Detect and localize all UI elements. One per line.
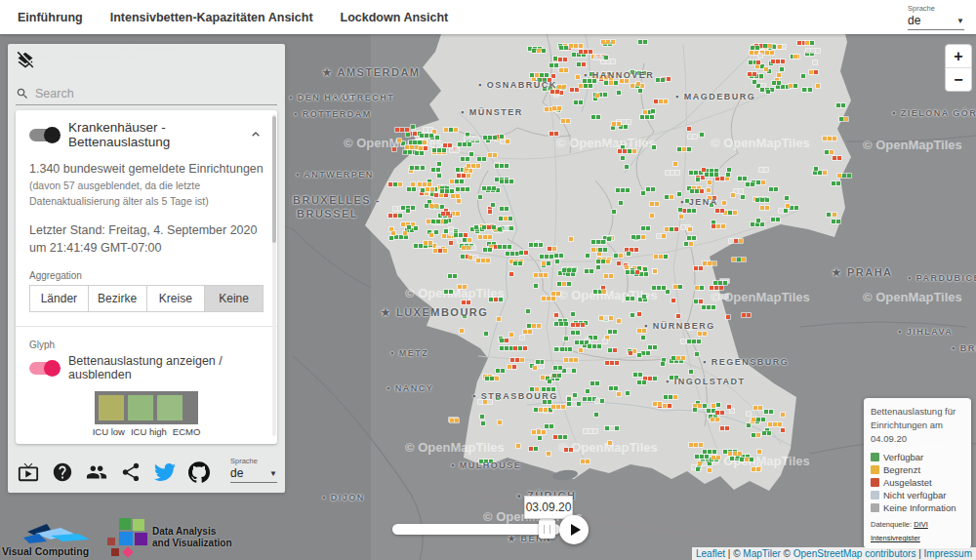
facility-glyph[interactable] bbox=[675, 313, 681, 319]
aggregation-option-bezirke[interactable]: Bezirke bbox=[89, 285, 147, 312]
facility-glyph[interactable] bbox=[651, 285, 667, 291]
facility-glyph[interactable] bbox=[699, 132, 705, 138]
facility-glyph[interactable] bbox=[750, 45, 760, 51]
facility-glyph[interactable] bbox=[483, 331, 489, 337]
facility-glyph[interactable] bbox=[406, 186, 417, 192]
facility-glyph[interactable] bbox=[655, 77, 666, 83]
facility-glyph[interactable] bbox=[784, 195, 790, 201]
facility-glyph[interactable] bbox=[594, 398, 605, 404]
facility-glyph[interactable] bbox=[603, 80, 619, 86]
facility-glyph[interactable] bbox=[656, 233, 667, 239]
facility-glyph[interactable] bbox=[813, 166, 819, 172]
facility-glyph[interactable] bbox=[687, 134, 698, 140]
facility-glyph[interactable] bbox=[556, 281, 572, 287]
facility-glyph[interactable] bbox=[498, 216, 513, 221]
facility-glyph[interactable] bbox=[637, 88, 643, 94]
nav-tab-2[interactable]: Intensivbetten-Kapazitäten Ansicht bbox=[110, 11, 313, 24]
facility-glyph[interactable] bbox=[751, 432, 761, 438]
facility-glyph[interactable] bbox=[701, 304, 716, 310]
facility-glyph[interactable] bbox=[694, 351, 700, 357]
facility-glyph[interactable] bbox=[477, 399, 493, 405]
facility-glyph[interactable] bbox=[751, 466, 761, 472]
facility-glyph[interactable] bbox=[616, 260, 622, 266]
facility-glyph[interactable] bbox=[689, 188, 705, 194]
facility-glyph[interactable] bbox=[499, 179, 514, 184]
facility-glyph[interactable] bbox=[686, 235, 697, 241]
facility-glyph[interactable] bbox=[701, 167, 707, 173]
facility-glyph[interactable] bbox=[706, 187, 712, 193]
facility-glyph[interactable] bbox=[688, 369, 694, 375]
glyph-visibility-toggle[interactable] bbox=[29, 362, 59, 375]
facility-glyph[interactable] bbox=[488, 297, 504, 302]
facility-glyph[interactable] bbox=[552, 56, 558, 61]
facility-glyph[interactable] bbox=[767, 421, 783, 427]
nav-tab-1[interactable]: Einführung bbox=[18, 11, 83, 24]
facility-glyph[interactable] bbox=[423, 240, 433, 246]
facility-glyph[interactable] bbox=[779, 66, 785, 72]
facility-glyph[interactable] bbox=[739, 457, 754, 462]
facility-glyph[interactable] bbox=[636, 328, 647, 334]
facility-glyph[interactable] bbox=[800, 73, 806, 79]
facility-glyph[interactable] bbox=[628, 350, 633, 356]
attribution-link[interactable]: MapTiler bbox=[743, 548, 781, 559]
facility-glyph[interactable] bbox=[751, 417, 766, 422]
facility-glyph[interactable] bbox=[831, 180, 841, 186]
facility-glyph[interactable] bbox=[642, 266, 648, 272]
facility-glyph[interactable] bbox=[676, 146, 692, 152]
attribution-link[interactable]: Leaflet bbox=[696, 548, 725, 559]
facility-glyph[interactable] bbox=[761, 430, 772, 436]
facility-glyph[interactable] bbox=[653, 99, 669, 104]
facility-glyph[interactable] bbox=[593, 412, 599, 418]
facility-glyph[interactable] bbox=[686, 339, 702, 344]
facility-glyph[interactable] bbox=[624, 164, 630, 170]
facility-glyph[interactable] bbox=[718, 294, 729, 300]
facility-glyph[interactable] bbox=[484, 376, 500, 381]
facility-glyph[interactable] bbox=[651, 144, 657, 150]
facility-glyph[interactable] bbox=[525, 308, 531, 314]
facility-glyph[interactable] bbox=[405, 208, 411, 214]
facility-glyph[interactable] bbox=[547, 379, 552, 384]
facility-glyph[interactable] bbox=[604, 425, 620, 431]
facility-glyph[interactable] bbox=[553, 253, 564, 259]
play-button[interactable] bbox=[559, 515, 589, 544]
facility-glyph[interactable] bbox=[552, 434, 568, 440]
nav-tab-3[interactable]: Lockdown Ansicht bbox=[341, 11, 449, 24]
facility-glyph[interactable] bbox=[693, 265, 704, 271]
facility-glyph[interactable] bbox=[714, 208, 725, 214]
facility-glyph[interactable] bbox=[529, 386, 540, 392]
facility-glyph[interactable] bbox=[487, 152, 498, 158]
facility-glyph[interactable] bbox=[443, 289, 454, 295]
facility-glyph[interactable] bbox=[558, 67, 569, 73]
facility-glyph[interactable] bbox=[785, 203, 791, 209]
facility-glyph[interactable] bbox=[590, 380, 600, 386]
facility-glyph[interactable] bbox=[583, 428, 598, 434]
facility-glyph[interactable] bbox=[563, 357, 579, 363]
facility-glyph[interactable] bbox=[534, 72, 549, 78]
facility-glyph[interactable] bbox=[649, 213, 655, 219]
facility-glyph[interactable] bbox=[417, 181, 432, 187]
facility-glyph[interactable] bbox=[694, 454, 710, 460]
facility-glyph[interactable] bbox=[533, 407, 549, 413]
facility-glyph[interactable] bbox=[780, 427, 786, 433]
facility-glyph[interactable] bbox=[409, 165, 420, 171]
facility-glyph[interactable] bbox=[768, 186, 779, 192]
facility-glyph[interactable] bbox=[539, 254, 554, 260]
facility-glyph[interactable] bbox=[554, 259, 560, 264]
facility-glyph[interactable] bbox=[553, 312, 559, 318]
facility-glyph[interactable] bbox=[677, 207, 683, 213]
facility-glyph[interactable] bbox=[519, 335, 525, 340]
facility-glyph[interactable] bbox=[636, 311, 642, 317]
facility-glyph[interactable] bbox=[831, 219, 841, 224]
facility-glyph[interactable] bbox=[528, 242, 544, 248]
facility-glyph[interactable] bbox=[406, 224, 412, 230]
facility-glyph[interactable] bbox=[436, 173, 442, 179]
facility-glyph[interactable] bbox=[533, 272, 549, 278]
facility-glyph[interactable] bbox=[508, 271, 514, 277]
facility-glyph[interactable] bbox=[765, 89, 771, 95]
facility-glyph[interactable] bbox=[552, 365, 563, 371]
facility-glyph[interactable] bbox=[763, 409, 774, 415]
facility-glyph[interactable] bbox=[497, 420, 503, 425]
facility-glyph[interactable] bbox=[711, 455, 721, 460]
facility-glyph[interactable] bbox=[482, 135, 498, 140]
facility-glyph[interactable] bbox=[541, 296, 556, 301]
